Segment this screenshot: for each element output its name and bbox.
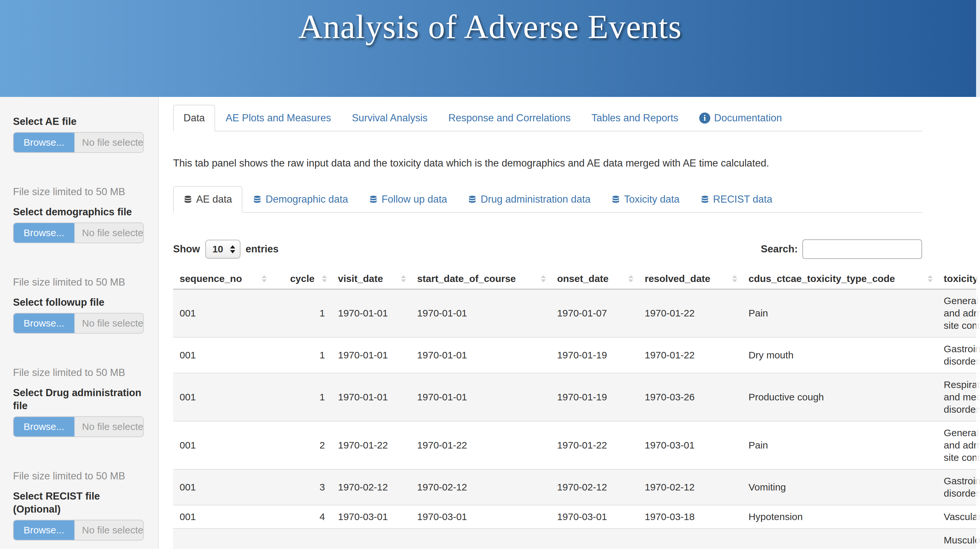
column-header-cycle[interactable]: cycle [271, 269, 331, 289]
tab-follow-up-data-label: Follow up data [382, 194, 447, 205]
sort-icon [262, 275, 267, 282]
info-icon: i [699, 113, 710, 124]
demographics-browse-button[interactable]: Browse... [14, 223, 75, 243]
column-header-resolved_date[interactable]: resolved_date [638, 269, 742, 289]
cell-onset_date: 1970-01-19 [550, 337, 638, 373]
ae-browse-button[interactable]: Browse... [14, 133, 75, 152]
tab-recist-data[interactable]: RECIST data [690, 186, 783, 213]
drug-admin-file-input[interactable]: Browse... No file selected [13, 416, 144, 437]
ae-file-status: No file selected [75, 133, 143, 152]
column-header-toxicity_category[interactable]: toxicity_category [937, 269, 980, 289]
followup-file-input[interactable]: Browse... No file selected [13, 313, 144, 334]
database-icon [253, 195, 262, 204]
page-length-select[interactable]: 10 [205, 240, 240, 259]
demographics-file-label: Select demographics file [13, 206, 144, 219]
cell-sequence_no: 001 [173, 289, 271, 337]
stepper-arrows-icon [230, 245, 240, 253]
cell-cdus_ctcae_toxicity_type_code [742, 528, 937, 549]
sort-icon [401, 275, 406, 282]
window-scrollbar[interactable] [976, 0, 980, 549]
cell-start_date_of_course: 1970-01-01 [410, 337, 550, 373]
cell-cdus_ctcae_toxicity_type_code: Pain [742, 289, 937, 337]
search-input[interactable] [802, 240, 922, 259]
cell-cycle [271, 528, 331, 549]
table-row[interactable]: 00121970-01-221970-01-221970-01-221970-0… [173, 421, 980, 469]
cell-toxicity_category: Musculoskeletal and [937, 528, 980, 549]
cell-sequence_no [173, 528, 271, 549]
tab-survival-label: Survival Analysis [352, 112, 428, 124]
table-row[interactable]: 00131970-02-121970-02-121970-02-121970-0… [173, 469, 980, 505]
cell-onset_date [550, 528, 638, 549]
tab-response-and-correlations[interactable]: Response and Correlations [438, 105, 581, 132]
tab-ae-plots-and-measures[interactable]: AE Plots and Measures [215, 105, 341, 132]
followup-browse-button[interactable]: Browse... [14, 314, 75, 333]
datatable-controls: Show 10 entries Search: [173, 240, 922, 259]
sort-icon [541, 275, 546, 282]
recist-file-label: Select RECIST file (Optional) [13, 490, 144, 516]
column-header-onset_date[interactable]: onset_date [550, 269, 638, 289]
sidebar-section-demographics-file: Select demographics file Browse... No fi… [13, 206, 144, 289]
tab-ae-data[interactable]: AE data [173, 186, 242, 213]
tab-demographic-data[interactable]: Demographic data [242, 186, 358, 213]
drug-admin-file-status: No file selected [75, 417, 143, 436]
entries-label: entries [246, 243, 279, 255]
column-header-label: cycle [290, 273, 315, 284]
cell-resolved_date: 1970-03-18 [638, 505, 742, 528]
cell-visit_date: 1970-01-01 [331, 373, 410, 421]
drug-admin-file-label: Select Drug administration file [13, 386, 144, 413]
drug-admin-browse-button[interactable]: Browse... [14, 417, 75, 436]
tab-documentation[interactable]: i Documentation [689, 105, 792, 132]
followup-file-status: No file selected [75, 314, 143, 333]
column-header-label: onset_date [557, 273, 608, 284]
page-title: Analysis of Adverse Events [298, 7, 682, 46]
cell-sequence_no: 001 [173, 421, 271, 469]
tab-survival-analysis[interactable]: Survival Analysis [341, 105, 438, 132]
demographics-file-input[interactable]: Browse... No file selected [13, 222, 144, 243]
page-length-value: 10 [206, 244, 230, 255]
ae-file-input[interactable]: Browse... No file selected [13, 132, 144, 153]
cell-toxicity_category: Vascular disorders [937, 505, 980, 528]
table-row[interactable]: 00111970-01-011970-01-011970-01-191970-0… [173, 373, 980, 421]
sort-icon [732, 275, 737, 282]
tab-follow-up-data[interactable]: Follow up data [358, 186, 458, 213]
cell-visit_date: 1970-02-12 [331, 469, 410, 505]
column-header-visit_date[interactable]: visit_date [331, 269, 410, 289]
column-header-sequence_no[interactable]: sequence_no [173, 269, 271, 289]
database-icon [183, 195, 192, 204]
recist-file-input[interactable]: Browse... No file selected [13, 520, 144, 541]
table-row[interactable]: 00111970-01-011970-01-011970-01-191970-0… [173, 337, 980, 373]
column-header-cdus_ctcae_toxicity_type_code[interactable]: cdus_ctcae_toxicity_type_code [742, 269, 937, 289]
table-row[interactable]: 00141970-03-011970-03-011970-03-011970-0… [173, 505, 980, 528]
tab-tables-label: Tables and Reports [592, 112, 678, 124]
cell-visit_date: 1970-01-01 [331, 289, 410, 337]
sort-icon [928, 275, 933, 282]
cell-resolved_date: 1970-01-22 [638, 337, 742, 373]
table-row[interactable]: Musculoskeletal and [173, 528, 980, 549]
recist-browse-button[interactable]: Browse... [14, 520, 75, 540]
tab-panel-description: This tab panel shows the raw input data … [173, 157, 922, 169]
column-header-label: toxicity_category [944, 273, 980, 284]
demographics-file-size-note: File size limited to 50 MB [13, 276, 144, 289]
cell-start_date_of_course: 1970-03-01 [410, 505, 550, 528]
cell-sequence_no: 001 [173, 505, 271, 528]
column-header-label: start_date_of_course [417, 273, 516, 284]
tab-data[interactable]: Data [173, 105, 215, 132]
tab-drug-administration-data[interactable]: Drug administration data [457, 186, 601, 213]
data-tab-bar: AE data Demographic data Follow up data … [173, 186, 922, 213]
ae-file-label: Select AE file [13, 115, 144, 128]
cell-cycle: 1 [271, 337, 331, 373]
recist-file-status: No file selected [75, 520, 143, 540]
table-row[interactable]: 00111970-01-011970-01-011970-01-071970-0… [173, 289, 980, 337]
tab-tables-and-reports[interactable]: Tables and Reports [581, 105, 689, 132]
cell-toxicity_category: General disorders and administration sit… [937, 421, 980, 469]
cell-toxicity_category: Gastrointestinal disorders [937, 337, 980, 373]
cell-onset_date: 1970-02-12 [550, 469, 638, 505]
demographics-file-status: No file selected [75, 223, 143, 243]
tab-response-label: Response and Correlations [449, 112, 571, 124]
sort-icon [322, 275, 327, 282]
tab-toxicity-data[interactable]: Toxicity data [601, 186, 690, 213]
database-icon [468, 195, 477, 204]
column-header-start_date_of_course[interactable]: start_date_of_course [410, 269, 550, 289]
followup-file-size-note: File size limited to 50 MB [13, 366, 144, 379]
column-header-label: visit_date [338, 273, 383, 284]
